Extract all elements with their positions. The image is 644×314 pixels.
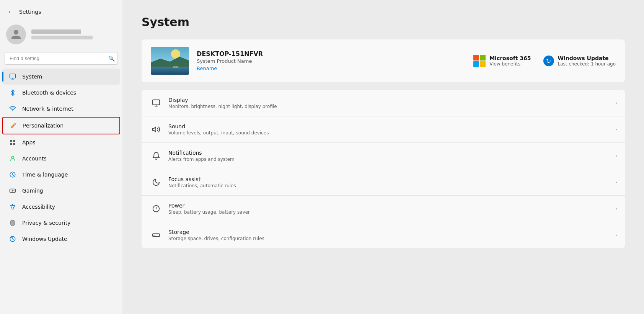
chevron-right-icon: › xyxy=(615,180,617,185)
sidebar-item-label: Accounts xyxy=(22,155,47,162)
ms365-title: Microsoft 365 xyxy=(489,55,531,61)
focus-icon xyxy=(149,175,163,189)
device-subtitle: System Product Name xyxy=(197,58,466,64)
accessibility-icon xyxy=(8,203,17,211)
system-icon xyxy=(8,72,17,81)
update-title: Windows Update xyxy=(558,55,616,61)
search-box: 🔍 xyxy=(5,52,118,65)
user-email-blur xyxy=(31,36,93,39)
device-thumbnail xyxy=(151,47,189,75)
sidebar: ← Settings 🔍 System Bluetooth & devices xyxy=(0,0,122,314)
sidebar-item-gaming[interactable]: Gaming xyxy=(2,183,120,199)
settings-title-notifications: Notifications xyxy=(168,150,615,156)
update-icon xyxy=(8,235,17,243)
time-icon xyxy=(8,170,17,179)
storage-icon xyxy=(149,228,163,242)
user-info xyxy=(31,29,93,39)
update-sub: Last checked: 1 hour ago xyxy=(558,61,616,67)
settings-item-notifications[interactable]: Notifications Alerts from apps and syste… xyxy=(142,143,625,169)
sidebar-item-label: Personalization xyxy=(23,123,64,129)
sidebar-item-label: System xyxy=(22,74,42,80)
search-input[interactable] xyxy=(5,52,118,65)
svg-point-14 xyxy=(14,191,15,191)
sound-icon xyxy=(149,123,163,136)
update-action[interactable]: ↻ Windows Update Last checked: 1 hour ag… xyxy=(543,55,616,67)
settings-list: Display Monitors, brightness, night ligh… xyxy=(142,90,625,248)
svg-rect-5 xyxy=(13,140,15,142)
page-title: System xyxy=(142,15,625,29)
sidebar-item-personalization[interactable]: Personalization xyxy=(2,117,120,134)
sidebar-item-label: Apps xyxy=(22,139,36,146)
svg-marker-25 xyxy=(153,127,156,132)
svg-rect-7 xyxy=(13,143,15,145)
chevron-right-icon: › xyxy=(615,127,617,132)
chevron-right-icon: › xyxy=(615,206,617,211)
settings-item-focus[interactable]: Focus assist Notifications, automatic ru… xyxy=(142,169,625,196)
settings-desc-display: Monitors, brightness, night light, displ… xyxy=(168,104,615,109)
device-card: DESKTOP-151NFVR System Product Name Rena… xyxy=(142,39,625,82)
settings-item-display[interactable]: Display Monitors, brightness, night ligh… xyxy=(142,90,625,116)
sidebar-item-privacy[interactable]: Privacy & security xyxy=(2,215,120,231)
chevron-right-icon: › xyxy=(615,153,617,159)
sidebar-item-label: Gaming xyxy=(22,188,43,194)
settings-text-power: Power Sleep, battery usage, battery save… xyxy=(168,203,615,215)
svg-rect-4 xyxy=(10,140,12,142)
sidebar-item-apps[interactable]: Apps xyxy=(2,134,120,150)
chevron-right-icon: › xyxy=(615,100,617,106)
back-icon: ← xyxy=(8,8,14,15)
accounts-icon xyxy=(8,154,17,163)
ms365-sub: View benefits xyxy=(489,61,531,67)
svg-point-8 xyxy=(11,156,14,159)
settings-text-focus: Focus assist Notifications, automatic ru… xyxy=(168,176,615,188)
sidebar-item-label: Accessibility xyxy=(22,204,55,210)
sidebar-item-update[interactable]: Windows Update xyxy=(2,231,120,247)
user-name-blur xyxy=(31,29,81,34)
settings-item-sound[interactable]: Sound Volume levels, output, input, soun… xyxy=(142,116,625,143)
settings-item-storage[interactable]: Storage Storage space, drives, configura… xyxy=(142,222,625,248)
svg-rect-6 xyxy=(10,143,12,145)
main-content: System xyxy=(122,0,644,314)
settings-desc-focus: Notifications, automatic rules xyxy=(168,183,615,188)
update-icon: ↻ xyxy=(543,56,554,66)
svg-rect-22 xyxy=(153,100,160,105)
sidebar-item-accounts[interactable]: Accounts xyxy=(2,150,120,167)
ms365-text: Microsoft 365 View benefits xyxy=(489,55,531,67)
device-actions: Microsoft 365 View benefits ↻ Windows Up… xyxy=(473,55,616,67)
settings-desc-storage: Storage space, drives, configuration rul… xyxy=(168,236,615,241)
settings-desc-sound: Volume levels, output, input, sound devi… xyxy=(168,130,615,136)
settings-title-focus: Focus assist xyxy=(168,176,615,182)
settings-desc-notifications: Alerts from apps and system xyxy=(168,157,615,162)
settings-title-sound: Sound xyxy=(168,123,615,129)
sidebar-item-label: Bluetooth & devices xyxy=(22,90,76,96)
rename-link[interactable]: Rename xyxy=(197,65,217,71)
settings-text-sound: Sound Volume levels, output, input, soun… xyxy=(168,123,615,136)
settings-title-storage: Storage xyxy=(168,229,615,235)
svg-rect-20 xyxy=(151,67,189,75)
settings-item-power[interactable]: Power Sleep, battery usage, battery save… xyxy=(142,196,625,222)
settings-text-storage: Storage Storage space, drives, configura… xyxy=(168,229,615,241)
sidebar-item-label: Windows Update xyxy=(22,236,67,242)
sidebar-item-label: Privacy & security xyxy=(22,220,70,226)
chevron-right-icon: › xyxy=(615,232,617,238)
settings-title-display: Display xyxy=(168,97,615,103)
ms365-action[interactable]: Microsoft 365 View benefits xyxy=(473,55,531,67)
sidebar-item-label: Time & language xyxy=(22,172,68,178)
apps-icon xyxy=(8,138,17,147)
display-icon xyxy=(149,96,163,110)
search-button[interactable]: 🔍 xyxy=(108,56,115,62)
device-info: DESKTOP-151NFVR System Product Name Rena… xyxy=(197,50,466,72)
personalization-icon xyxy=(9,121,18,130)
update-text: Windows Update Last checked: 1 hour ago xyxy=(558,55,616,67)
sidebar-item-system[interactable]: System xyxy=(2,69,120,85)
sidebar-item-time[interactable]: Time & language xyxy=(2,167,120,183)
svg-point-3 xyxy=(12,110,13,111)
sidebar-item-accessibility[interactable]: Accessibility xyxy=(2,199,120,215)
back-button[interactable]: ← xyxy=(6,7,15,17)
avatar xyxy=(6,25,26,44)
sidebar-item-network[interactable]: Network & internet xyxy=(2,101,120,117)
network-icon xyxy=(8,105,17,113)
user-section[interactable] xyxy=(0,20,122,51)
sidebar-item-bluetooth[interactable]: Bluetooth & devices xyxy=(2,85,120,101)
sidebar-header: ← Settings xyxy=(0,0,122,20)
privacy-icon xyxy=(8,219,17,227)
